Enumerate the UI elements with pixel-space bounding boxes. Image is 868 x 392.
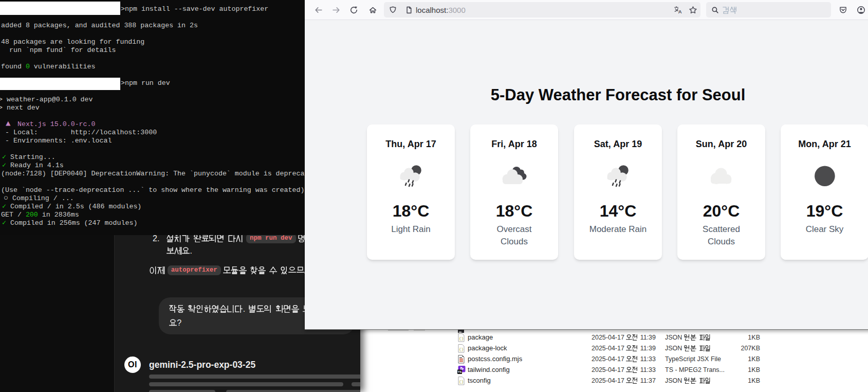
svg-text:TS: TS [458,370,462,373]
svg-text:A: A [678,9,682,14]
svg-text:{}: {} [459,347,464,351]
svg-text:{}: {} [459,379,464,384]
svg-text:{}: {} [459,336,464,341]
